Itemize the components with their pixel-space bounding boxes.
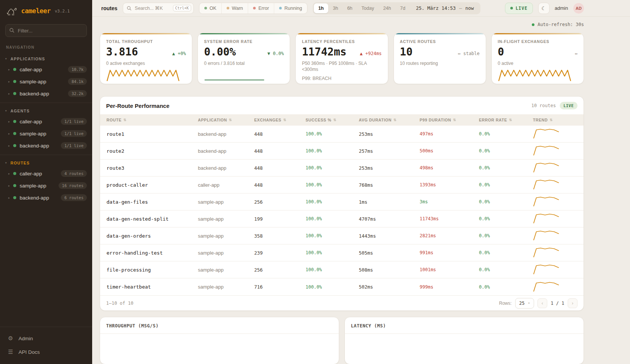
sidebar-item-applications-caller-app[interactable]: ▸caller-app10.7k bbox=[0, 63, 92, 75]
section-header-agents[interactable]: ▾AGENTS bbox=[0, 105, 92, 115]
sidebar-item-label: caller-app bbox=[20, 171, 57, 177]
error-rate-cell: 0.0% bbox=[479, 233, 533, 238]
chart-panel-latency-ms-: LATENCY (MS) bbox=[344, 317, 584, 364]
sort-icon: ⇅ bbox=[124, 118, 127, 122]
search-input[interactable] bbox=[134, 5, 171, 11]
footer-item-api-docs[interactable]: ☰API Docs bbox=[0, 345, 92, 359]
kpi-card-total-throughput[interactable]: TOTAL THROUGHPUT3.816▲ +0%0 active excha… bbox=[100, 33, 192, 84]
page-indicator: 1 / 1 bbox=[551, 301, 564, 306]
status-filter-ok[interactable]: OK bbox=[199, 3, 222, 14]
table-row-data-gen-orders[interactable]: data-gen-orderssample-app358100.0%1443ms… bbox=[100, 227, 584, 244]
column-label: ERROR RATE bbox=[479, 118, 507, 122]
sidebar-item-routes-backend-app[interactable]: ▸backend-app6 routes bbox=[0, 192, 92, 204]
column-header-trend[interactable]: TREND⇅ bbox=[533, 118, 584, 122]
status-filter-warn[interactable]: Warn bbox=[222, 3, 248, 14]
sidebar-item-applications-sample-app[interactable]: ▸sample-app84.1k bbox=[0, 75, 92, 88]
chevron-down-icon: ▾ bbox=[5, 161, 7, 164]
sidebar-item-applications-backend-app[interactable]: ▸backend-app32.2k bbox=[0, 88, 92, 100]
error-rate-cell: 0.0% bbox=[479, 199, 533, 204]
app-logo[interactable]: cameleer v3.2.1 bbox=[0, 0, 92, 21]
trend-sparkline bbox=[533, 144, 584, 157]
footer-item-admin[interactable]: ⚙Admin bbox=[0, 332, 92, 345]
column-header-success-[interactable]: SUCCESS %⇅ bbox=[306, 118, 359, 122]
sidebar-item-routes-caller-app[interactable]: ▸caller-app4 routes bbox=[0, 167, 92, 180]
time-range-6h[interactable]: 6h bbox=[343, 3, 357, 13]
prev-page-button[interactable]: ‹ bbox=[537, 298, 547, 308]
topbar: routes Ctrl+K OKWarnErrorRunning 1h3h6hT… bbox=[92, 0, 630, 17]
sidebar-item-label: caller-app bbox=[20, 67, 65, 72]
status-dot-icon bbox=[227, 7, 229, 9]
time-range-7d[interactable]: 7d bbox=[395, 3, 410, 13]
column-header-avg-duration[interactable]: AVG DURATION⇅ bbox=[359, 118, 420, 122]
column-label: APPLICATION bbox=[198, 118, 227, 122]
kpi-card-system-error-rate[interactable]: SYSTEM ERROR RATE0.00%▼ 0.0%0 errors / 3… bbox=[198, 33, 290, 84]
kpi-card-active-routes[interactable]: ACTIVE ROUTES10⇔ stable10 routes reporti… bbox=[394, 33, 486, 84]
next-page-button[interactable]: › bbox=[568, 298, 578, 308]
column-header-p99-duration[interactable]: P99 DURATION⇅ bbox=[420, 118, 479, 122]
sidebar-item-agents-backend-app[interactable]: ▸backend-app1/1 live bbox=[0, 140, 92, 152]
sidebar-item-routes-sample-app[interactable]: ▸sample-app16 routes bbox=[0, 180, 92, 192]
date-range[interactable]: 25. März 14:53 – now bbox=[410, 5, 479, 11]
filter-input[interactable] bbox=[5, 24, 87, 37]
status-dot-icon bbox=[13, 196, 16, 199]
column-header-application[interactable]: APPLICATION⇅ bbox=[198, 118, 254, 122]
table-row-route2[interactable]: route2backend-app448100.0%257ms500ms0.0% bbox=[100, 143, 584, 160]
status-filter-running[interactable]: Running bbox=[274, 3, 307, 14]
table-row-data-gen-files[interactable]: data-gen-filessample-app256100.0%1ms3ms0… bbox=[100, 194, 584, 210]
autorefresh-dot-icon bbox=[532, 23, 534, 26]
sidebar-spacer bbox=[0, 207, 92, 327]
route-name-cell: route2 bbox=[107, 148, 198, 154]
column-header-error-rate[interactable]: ERROR RATE⇅ bbox=[479, 118, 533, 122]
time-range-3h[interactable]: 3h bbox=[328, 3, 343, 13]
application-cell: sample-app bbox=[198, 199, 254, 205]
pagination-range: 1–10 of 10 bbox=[106, 301, 133, 306]
sort-icon: ⇅ bbox=[394, 118, 397, 122]
table-row-route3[interactable]: route3backend-app448100.0%253ms498ms0.0% bbox=[100, 160, 584, 177]
status-dot-icon bbox=[13, 80, 16, 83]
table-row-timer-heartbeat[interactable]: timer-heartbeatsample-app716100.0%502ms9… bbox=[100, 278, 584, 295]
search-icon bbox=[127, 6, 132, 11]
avatar[interactable]: AD bbox=[573, 3, 584, 14]
table-row-product-caller[interactable]: product-callercaller-app448100.0%768ms13… bbox=[100, 177, 584, 194]
kpi-value: 0.00% bbox=[204, 47, 236, 57]
chart-panel-throughput-msg-s-: THROUGHPUT (MSG/S) bbox=[100, 317, 339, 364]
table-row-route1[interactable]: route1backend-app448100.0%253ms497ms0.0% bbox=[100, 126, 584, 143]
sidebar-item-agents-sample-app[interactable]: ▸sample-app1/1 live bbox=[0, 127, 92, 140]
table-title: Per-Route Performance bbox=[106, 103, 170, 109]
kpi-card-latency-percentiles[interactable]: LATENCY PERCENTILES11742ms▲ +924msP50 36… bbox=[295, 33, 388, 84]
kpi-grid: TOTAL THROUGHPUT3.816▲ +0%0 active excha… bbox=[100, 33, 584, 84]
exchanges-cell: 199 bbox=[254, 216, 306, 222]
sparkline-chart bbox=[498, 66, 578, 81]
time-range-today[interactable]: Today bbox=[357, 3, 378, 13]
section-header-applications[interactable]: ▾APPLICATIONS bbox=[0, 53, 92, 63]
application-cell: sample-app bbox=[198, 267, 254, 273]
table-row-data-gen-nested-split[interactable]: data-gen-nested-splitsample-app199100.0%… bbox=[100, 210, 584, 227]
kpi-card-in-flight-exchanges[interactable]: IN-FLIGHT EXCHANGES0⇔0 active bbox=[491, 33, 584, 84]
kpi-label: ACTIVE ROUTES bbox=[400, 39, 480, 44]
table-row-file-processing[interactable]: file-processingsample-app256100.0%508ms1… bbox=[100, 261, 584, 278]
time-range-1h[interactable]: 1h bbox=[314, 3, 329, 13]
search-shortcut-kbd: Ctrl+K bbox=[173, 5, 191, 11]
time-range-24h[interactable]: 24h bbox=[378, 3, 395, 13]
p99-duration-cell: 2821ms bbox=[420, 233, 479, 238]
theme-toggle-button[interactable]: ☾ bbox=[538, 3, 550, 14]
kpi-delta: ▲ +924ms bbox=[360, 51, 382, 57]
error-rate-cell: 0.0% bbox=[479, 267, 533, 272]
column-header-exchanges[interactable]: EXCHANGES⇅ bbox=[254, 118, 306, 122]
rows-per-page-select[interactable]: 25 ▾ bbox=[515, 298, 534, 309]
route-name-cell: route1 bbox=[107, 131, 198, 137]
status-dot-icon bbox=[13, 92, 16, 95]
section-label: ROUTES bbox=[11, 161, 30, 165]
nav-section-applications: ▾APPLICATIONS▸caller-app10.7k▸sample-app… bbox=[0, 51, 92, 103]
live-status-badge[interactable]: LIVE bbox=[505, 3, 533, 14]
error-rate-cell: 0.0% bbox=[479, 216, 533, 221]
sidebar-item-agents-caller-app[interactable]: ▸caller-app1/1 live bbox=[0, 115, 92, 127]
status-filter-error[interactable]: Error bbox=[248, 3, 274, 14]
search-box[interactable]: Ctrl+K bbox=[123, 3, 194, 14]
avg-duration-cell: 4707ms bbox=[359, 216, 420, 222]
section-header-routes[interactable]: ▾ROUTES bbox=[0, 157, 92, 167]
column-header-route[interactable]: ROUTE⇅ bbox=[107, 118, 198, 122]
kpi-subtext: P50 360ms · P95 1008ms · SLA <300ms bbox=[302, 60, 381, 72]
application-cell: sample-app bbox=[198, 250, 254, 256]
table-row-error-handling-test[interactable]: error-handling-testsample-app239100.0%50… bbox=[100, 244, 584, 261]
